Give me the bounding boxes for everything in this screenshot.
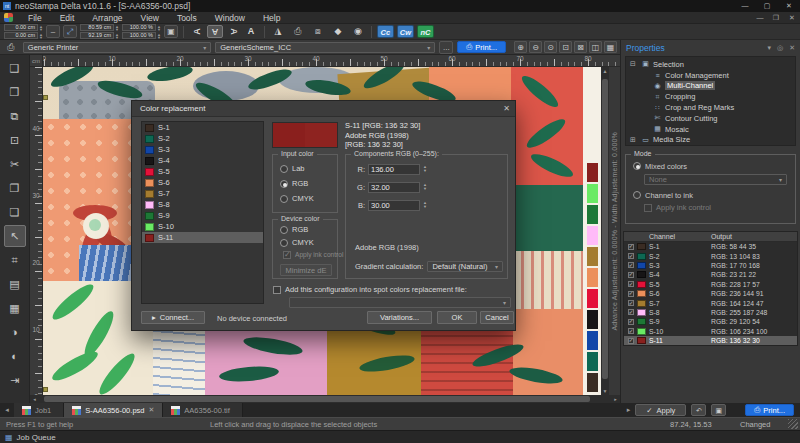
ink-limit-button[interactable]: ◑ <box>4 321 26 343</box>
menu-item[interactable]: File <box>19 12 51 24</box>
panel-menu-icon[interactable]: ▾ <box>768 44 772 52</box>
channel-row[interactable]: S-10 RGB: 106 234 100 <box>624 327 797 336</box>
input-color-radio[interactable]: RGB <box>273 176 337 191</box>
device-color-radio[interactable]: RGB <box>273 223 337 236</box>
dialog-close-icon[interactable]: ✕ <box>503 101 510 117</box>
channel-checkbox[interactable] <box>628 300 634 306</box>
horizontal-scrollbar[interactable]: ◂ ▸ <box>30 395 620 403</box>
palette-button[interactable]: ◐ <box>4 345 26 367</box>
channel-checkbox[interactable] <box>628 319 634 325</box>
zoom-actual-button[interactable]: ⊙ <box>544 41 557 53</box>
tree-media-size[interactable]: ⊞ ▭ Media Size <box>626 135 795 146</box>
spot-color-item[interactable]: S-5 <box>142 166 263 177</box>
channel-checkbox[interactable] <box>628 281 634 287</box>
pin-icon[interactable]: ◎ <box>777 44 783 52</box>
channel-row[interactable]: S-6 RGB: 236 144 91 <box>624 289 797 298</box>
output-column-header[interactable]: Output <box>711 233 797 240</box>
connect-button[interactable]: ▸ Connect... <box>141 311 205 324</box>
selection-handle[interactable] <box>43 387 48 392</box>
mdi-close-button[interactable]: ✕ <box>784 12 800 24</box>
tab-job1[interactable]: Job1 <box>14 403 64 417</box>
channel-checkbox[interactable] <box>628 272 634 278</box>
panel-print-button[interactable]: ⎙ Print... <box>745 404 794 416</box>
menu-item[interactable]: Window <box>206 12 254 24</box>
mixed-colors-radio[interactable]: Mixed colors <box>626 159 795 173</box>
mixed-colors-select[interactable]: None ▾ <box>644 174 787 185</box>
color-picker-button[interactable]: ◉ <box>350 25 366 38</box>
resize-grip[interactable] <box>788 419 798 429</box>
channel-row[interactable]: S-4 RGB: 23 21 22 <box>624 270 797 279</box>
spot-color-item[interactable]: S-9 <box>142 210 263 221</box>
window-close-button[interactable]: ✕ <box>778 0 800 12</box>
scale-y-input[interactable]: 100.00 % <box>122 32 156 39</box>
tree-cropping[interactable]: ⌗ Cropping <box>626 91 795 102</box>
spinner-icons[interactable]: ▲▼ <box>423 165 427 173</box>
zoom-in-button[interactable]: ⊕ <box>514 41 527 53</box>
add-image-button[interactable]: ⧉ <box>4 105 26 127</box>
apply-button[interactable]: ✓ Apply <box>635 404 686 416</box>
rotate-button[interactable]: A <box>243 25 259 38</box>
fit-view-button[interactable]: ⊡ <box>559 41 572 53</box>
tree-mosaic[interactable]: ▦ Mosaic <box>626 124 795 135</box>
spot-color-item[interactable]: S-11 <box>142 232 263 243</box>
tab-s-aa6356-00-psd[interactable]: S-AA6356-00.psd ✕ <box>64 403 163 417</box>
window-minimize-button[interactable]: — <box>734 0 756 12</box>
spot-color-item[interactable]: S-4 <box>142 155 263 166</box>
channel-checkbox[interactable] <box>628 262 634 268</box>
channel-checkbox[interactable] <box>628 338 634 344</box>
tree-selection[interactable]: ⊟ ▣ Selection <box>626 59 795 70</box>
channel-row[interactable]: S-3 RGB: 17 70 168 <box>624 261 797 270</box>
tree-contour-cutting[interactable]: ✄ Contour Cutting <box>626 113 795 124</box>
tab-aa6356-00-tif[interactable]: AA6356-00.tif <box>163 403 242 417</box>
new-job-button[interactable]: ❑ <box>4 57 26 79</box>
tab-close-icon[interactable]: ✕ <box>148 406 154 414</box>
variations-button[interactable]: Variations... <box>367 311 432 324</box>
spot-color-item[interactable]: S-6 <box>142 177 263 188</box>
paste-button[interactable]: ❏ <box>4 201 26 223</box>
list-view-button[interactable]: ▤ <box>4 273 26 295</box>
zoom-out-button[interactable]: ⊖ <box>529 41 542 53</box>
print-setup-button[interactable]: ⎙ <box>290 25 306 38</box>
spot-file-select[interactable]: ▾ <box>289 297 511 308</box>
zoom-selection-button[interactable]: ⊠ <box>574 41 587 53</box>
channel-row[interactable]: S-5 RGB: 228 17 57 <box>624 280 797 289</box>
print-button[interactable]: ⎙ Print... <box>457 41 506 53</box>
horizontal-scroll-thumb[interactable] <box>44 396 590 402</box>
tile-horizontal-button[interactable]: ◫ <box>589 41 602 53</box>
tile-grid-button[interactable]: ▦ <box>604 41 617 53</box>
menu-item[interactable]: Tools <box>168 12 206 24</box>
spot-color-item[interactable]: S-1 <box>142 122 263 133</box>
rotate-button[interactable]: A <box>226 24 239 40</box>
printer-select[interactable]: Generic Printer▾ <box>23 42 211 53</box>
snapshot-button[interactable]: ▣ <box>711 404 726 416</box>
vertical-scrollbar[interactable]: ▲ ▼ <box>601 67 609 395</box>
channel-checkbox[interactable] <box>628 253 634 259</box>
menu-item[interactable]: Help <box>254 12 289 24</box>
tree-color-management[interactable]: ≡ Color Management <box>626 70 795 81</box>
dialog-title[interactable]: Color replacement <box>132 101 515 117</box>
link-dimensions-button[interactable]: ⤢ <box>63 25 77 38</box>
expander-icon[interactable]: ⊞ <box>630 136 638 144</box>
channel-checkbox[interactable] <box>628 328 634 334</box>
mdi-minimize-button[interactable]: — <box>752 12 768 24</box>
channel-checkbox[interactable] <box>628 291 634 297</box>
channel-row[interactable]: S-2 RGB: 13 104 83 <box>624 251 797 260</box>
more-options-button[interactable]: ... <box>439 41 453 54</box>
spot-color-item[interactable]: S-8 <box>142 199 263 210</box>
crop-tool-button[interactable]: ⌗ <box>4 249 26 271</box>
rotate-button[interactable]: A <box>207 25 223 38</box>
export-button[interactable]: ⇥ <box>4 369 26 391</box>
menu-item[interactable]: View <box>132 12 168 24</box>
channel-row[interactable]: S-8 RGB: 255 187 248 <box>624 308 797 317</box>
position-x-input[interactable]: 0.00 cm <box>4 24 38 31</box>
cw-button[interactable]: Cw <box>397 25 414 38</box>
cut-button[interactable]: ✂ <box>4 153 26 175</box>
scroll-up-icon[interactable]: ▲ <box>601 67 609 75</box>
component-value-input[interactable]: 136.00 <box>368 164 420 175</box>
window-maximize-button[interactable]: ▢ <box>756 0 778 12</box>
minimize-de-button[interactable]: Minimize dE <box>280 264 332 276</box>
selection-handle[interactable] <box>43 95 48 100</box>
tab-scroll-left-icon[interactable]: ◂ <box>0 406 14 414</box>
scroll-down-icon[interactable]: ▼ <box>601 387 609 395</box>
cc-button[interactable]: Cc <box>377 25 394 38</box>
